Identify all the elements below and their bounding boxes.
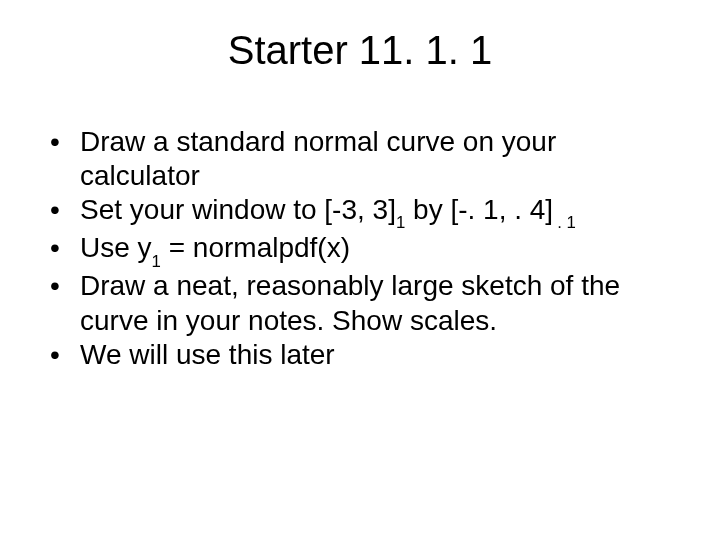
bullet-text: by [-. 1, . 4] <box>405 194 553 225</box>
slide-title: Starter 11. 1. 1 <box>40 28 680 73</box>
bullet-text: Set your window to [-3, 3] <box>80 194 396 225</box>
list-item: Draw a neat, reasonably large sketch of … <box>40 269 680 337</box>
subscript: 1 <box>152 252 161 271</box>
subscript: 1 <box>396 213 405 232</box>
bullet-list: Draw a standard normal curve on your cal… <box>40 125 680 372</box>
subscript: . 1 <box>557 213 576 232</box>
bullet-text: Use y <box>80 232 152 263</box>
bullet-text: Draw a standard normal curve on your cal… <box>80 126 556 191</box>
list-item: Set your window to [-3, 3]1 by [-. 1, . … <box>40 193 680 231</box>
bullet-text: We will use this later <box>80 339 335 370</box>
bullet-text: = normalpdf(x) <box>161 232 350 263</box>
bullet-text: Draw a neat, reasonably large sketch of … <box>80 270 620 335</box>
list-item: We will use this later <box>40 338 680 372</box>
list-item: Use y1 = normalpdf(x) <box>40 231 680 269</box>
list-item: Draw a standard normal curve on your cal… <box>40 125 680 193</box>
slide: Starter 11. 1. 1 Draw a standard normal … <box>0 0 720 540</box>
